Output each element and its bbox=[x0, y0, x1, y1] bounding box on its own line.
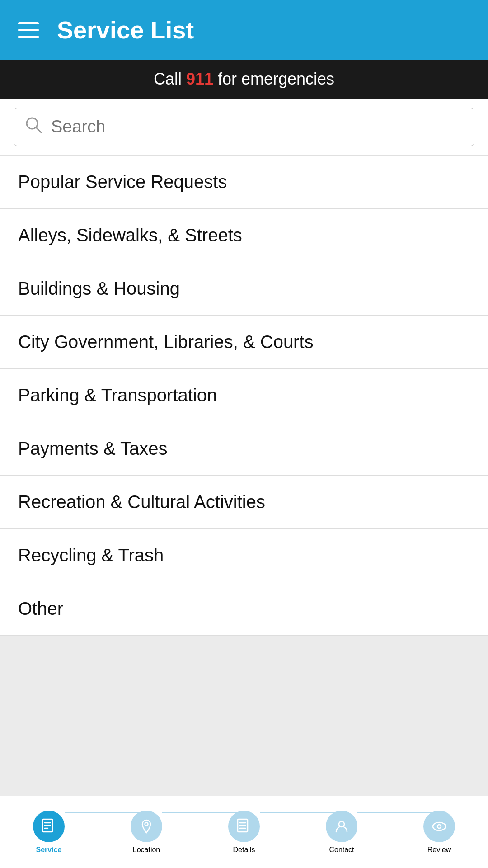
location-icon bbox=[131, 811, 162, 842]
nav-label-review: Review bbox=[427, 846, 451, 854]
nav-item-review[interactable]: Review bbox=[390, 796, 488, 868]
nav-label-contact: Contact bbox=[329, 846, 354, 854]
nav-label-location: Location bbox=[133, 846, 160, 854]
nav-item-details[interactable]: Details bbox=[195, 796, 293, 868]
svg-point-6 bbox=[145, 822, 148, 826]
nav-item-location[interactable]: Location bbox=[98, 796, 195, 868]
search-icon bbox=[25, 116, 42, 137]
list-item[interactable]: Recycling & Trash bbox=[0, 529, 488, 582]
search-box bbox=[14, 108, 474, 146]
nav-item-contact[interactable]: Contact bbox=[293, 796, 390, 868]
app-header: Service List bbox=[0, 0, 488, 60]
list-item[interactable]: Buildings & Housing bbox=[0, 262, 488, 316]
list-item[interactable]: Other bbox=[0, 582, 488, 636]
page-title: Service List bbox=[57, 16, 194, 44]
details-icon bbox=[228, 811, 260, 842]
list-item[interactable]: Payments & Taxes bbox=[0, 422, 488, 476]
list-item[interactable]: Parking & Transportation bbox=[0, 369, 488, 422]
nav-label-details: Details bbox=[233, 846, 255, 854]
nav-item-service[interactable]: Service bbox=[0, 796, 98, 868]
bottom-nav: Service Location Details Contact Review bbox=[0, 796, 488, 868]
empty-area bbox=[0, 636, 488, 796]
emergency-suffix: for emergencies bbox=[213, 70, 334, 88]
list-item[interactable]: Popular Service Requests bbox=[0, 156, 488, 209]
list-item[interactable]: Recreation & Cultural Activities bbox=[0, 476, 488, 529]
emergency-number: 911 bbox=[186, 70, 213, 88]
nav-label-service: Service bbox=[36, 846, 62, 854]
emergency-banner: Call 911 for emergencies bbox=[0, 60, 488, 99]
svg-point-12 bbox=[433, 822, 446, 830]
search-input[interactable] bbox=[51, 117, 463, 137]
list-item[interactable]: City Government, Libraries, & Courts bbox=[0, 316, 488, 369]
service-icon bbox=[33, 811, 65, 842]
emergency-prefix: Call bbox=[154, 70, 186, 88]
svg-point-13 bbox=[437, 825, 441, 828]
contact-icon bbox=[326, 811, 357, 842]
list-item[interactable]: Alleys, Sidewalks, & Streets bbox=[0, 209, 488, 262]
svg-line-1 bbox=[36, 127, 41, 132]
hamburger-menu-button[interactable] bbox=[18, 22, 39, 38]
review-icon bbox=[423, 811, 455, 842]
search-container bbox=[0, 99, 488, 156]
service-list: Popular Service RequestsAlleys, Sidewalk… bbox=[0, 156, 488, 636]
